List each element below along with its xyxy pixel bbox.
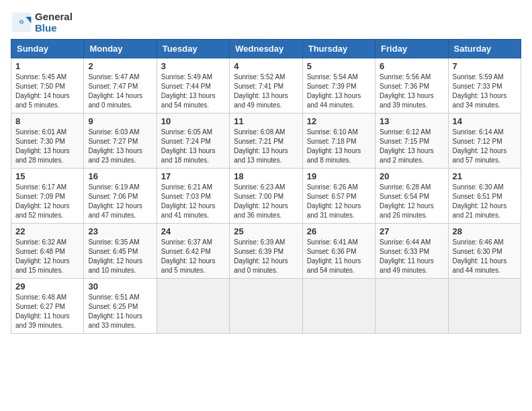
calendar-cell: 30Sunrise: 6:51 AMSunset: 6:25 PMDayligh…	[84, 279, 157, 334]
calendar-cell: 13Sunrise: 6:12 AMSunset: 7:15 PMDayligh…	[375, 113, 448, 169]
daylight-text: Daylight: 13 hours and 8 minutes.	[307, 147, 361, 164]
sunset-text: Sunset: 7:24 PM	[161, 138, 211, 145]
sunset-text: Sunset: 7:18 PM	[307, 138, 357, 145]
day-number: 9	[88, 116, 152, 126]
sunset-text: Sunset: 7:03 PM	[161, 193, 211, 200]
sunset-text: Sunset: 7:06 PM	[88, 193, 138, 200]
day-number: 1	[15, 61, 79, 71]
sunset-text: Sunset: 7:33 PM	[453, 83, 502, 90]
day-info: Sunrise: 6:44 AMSunset: 6:33 PMDaylight:…	[380, 238, 443, 275]
sunset-text: Sunset: 6:27 PM	[15, 303, 65, 310]
calendar-cell: 17Sunrise: 6:21 AMSunset: 7:03 PMDayligh…	[157, 169, 229, 224]
day-info: Sunrise: 6:37 AMSunset: 6:42 PMDaylight:…	[161, 238, 225, 275]
day-info: Sunrise: 6:12 AMSunset: 7:15 PMDaylight:…	[380, 128, 443, 165]
sunrise-text: Sunrise: 5:56 AM	[380, 73, 431, 81]
sunrise-text: Sunrise: 6:37 AM	[161, 238, 212, 246]
calendar-cell: 6Sunrise: 5:56 AMSunset: 7:36 PMDaylight…	[375, 58, 448, 113]
sunrise-text: Sunrise: 5:52 AM	[234, 73, 285, 81]
sunrise-text: Sunrise: 6:32 AM	[15, 238, 66, 246]
day-number: 28	[453, 226, 517, 236]
day-info: Sunrise: 6:01 AMSunset: 7:30 PMDaylight:…	[15, 128, 79, 165]
daylight-text: Daylight: 12 hours and 41 minutes.	[161, 202, 216, 219]
calendar-cell	[157, 279, 229, 334]
daylight-text: Daylight: 12 hours and 36 minutes.	[234, 202, 288, 219]
day-info: Sunrise: 5:59 AMSunset: 7:33 PMDaylight:…	[453, 73, 517, 110]
page-header: G General Blue	[11, 11, 521, 34]
sunrise-text: Sunrise: 6:14 AM	[453, 128, 504, 136]
sunset-text: Sunset: 7:36 PM	[380, 83, 429, 90]
day-info: Sunrise: 6:51 AMSunset: 6:25 PMDaylight:…	[88, 293, 152, 330]
day-info: Sunrise: 6:03 AMSunset: 7:27 PMDaylight:…	[88, 128, 152, 165]
sunset-text: Sunset: 7:39 PM	[307, 83, 357, 90]
day-number: 29	[15, 281, 79, 291]
sunrise-text: Sunrise: 6:01 AM	[15, 128, 66, 136]
calendar-cell: 10Sunrise: 6:05 AMSunset: 7:24 PMDayligh…	[157, 113, 229, 169]
sunrise-text: Sunrise: 5:49 AM	[161, 73, 212, 81]
sunset-text: Sunset: 7:41 PM	[234, 83, 283, 90]
calendar-cell: 16Sunrise: 6:19 AMSunset: 7:06 PMDayligh…	[84, 169, 157, 224]
calendar-cell	[302, 279, 375, 334]
sunset-text: Sunset: 7:30 PM	[15, 138, 65, 145]
calendar-cell: 29Sunrise: 6:48 AMSunset: 6:27 PMDayligh…	[11, 279, 84, 334]
sunset-text: Sunset: 7:27 PM	[88, 138, 138, 145]
svg-text:G: G	[19, 19, 24, 25]
calendar-cell: 11Sunrise: 6:08 AMSunset: 7:21 PMDayligh…	[230, 113, 302, 169]
day-number: 23	[88, 226, 152, 236]
daylight-text: Daylight: 11 hours and 33 minutes.	[88, 312, 142, 329]
logo-line1: General	[35, 11, 73, 22]
day-info: Sunrise: 6:28 AMSunset: 6:54 PMDaylight:…	[380, 183, 443, 220]
sunrise-text: Sunrise: 6:46 AM	[453, 238, 504, 246]
calendar-body: 1Sunrise: 5:45 AMSunset: 7:50 PMDaylight…	[11, 58, 521, 334]
daylight-text: Daylight: 12 hours and 0 minutes.	[234, 257, 288, 274]
calendar-cell: 15Sunrise: 6:17 AMSunset: 7:09 PMDayligh…	[11, 169, 84, 224]
day-info: Sunrise: 6:32 AMSunset: 6:48 PMDaylight:…	[15, 238, 79, 275]
daylight-text: Daylight: 14 hours and 0 minutes.	[88, 92, 142, 109]
sunset-text: Sunset: 6:54 PM	[380, 193, 429, 200]
calendar-cell: 18Sunrise: 6:23 AMSunset: 7:00 PMDayligh…	[230, 169, 302, 224]
sunrise-text: Sunrise: 6:39 AM	[234, 238, 285, 246]
sunset-text: Sunset: 6:33 PM	[380, 248, 429, 255]
calendar-table: SundayMondayTuesdayWednesdayThursdayFrid…	[11, 39, 521, 334]
sunrise-text: Sunrise: 6:05 AM	[161, 128, 212, 136]
calendar-week-4: 22Sunrise: 6:32 AMSunset: 6:48 PMDayligh…	[11, 224, 521, 279]
sunrise-text: Sunrise: 6:35 AM	[88, 238, 139, 246]
day-number: 8	[15, 116, 79, 126]
daylight-text: Daylight: 12 hours and 15 minutes.	[15, 257, 70, 274]
calendar-week-2: 8Sunrise: 6:01 AMSunset: 7:30 PMDaylight…	[11, 113, 521, 169]
logo-line2: Blue	[35, 22, 73, 34]
calendar-cell: 23Sunrise: 6:35 AMSunset: 6:45 PMDayligh…	[84, 224, 157, 279]
day-info: Sunrise: 6:48 AMSunset: 6:27 PMDaylight:…	[15, 293, 79, 330]
day-info: Sunrise: 5:54 AMSunset: 7:39 PMDaylight:…	[307, 73, 371, 110]
sunrise-text: Sunrise: 5:45 AM	[15, 73, 66, 81]
day-number: 12	[307, 116, 371, 126]
sunrise-text: Sunrise: 6:17 AM	[15, 183, 66, 191]
day-info: Sunrise: 5:49 AMSunset: 7:44 PMDaylight:…	[161, 73, 225, 110]
sunset-text: Sunset: 6:48 PM	[15, 248, 65, 255]
sunset-text: Sunset: 6:51 PM	[453, 193, 502, 200]
sunrise-text: Sunrise: 6:08 AM	[234, 128, 285, 136]
daylight-text: Daylight: 11 hours and 39 minutes.	[15, 312, 70, 329]
day-header-thursday: Thursday	[302, 40, 375, 58]
daylight-text: Daylight: 13 hours and 13 minutes.	[234, 147, 288, 164]
day-info: Sunrise: 6:46 AMSunset: 6:30 PMDaylight:…	[453, 238, 517, 275]
day-number: 14	[453, 116, 517, 126]
calendar-cell: 2Sunrise: 5:47 AMSunset: 7:47 PMDaylight…	[84, 58, 157, 113]
daylight-text: Daylight: 12 hours and 5 minutes.	[161, 257, 216, 274]
day-number: 6	[380, 61, 443, 71]
sunrise-text: Sunrise: 6:41 AM	[307, 238, 358, 246]
daylight-text: Daylight: 12 hours and 10 minutes.	[88, 257, 142, 274]
sunrise-text: Sunrise: 6:21 AM	[161, 183, 212, 191]
day-number: 2	[88, 61, 152, 71]
calendar-cell: 8Sunrise: 6:01 AMSunset: 7:30 PMDaylight…	[11, 113, 84, 169]
calendar-cell: 5Sunrise: 5:54 AMSunset: 7:39 PMDaylight…	[302, 58, 375, 113]
day-info: Sunrise: 5:45 AMSunset: 7:50 PMDaylight:…	[15, 73, 79, 110]
daylight-text: Daylight: 12 hours and 31 minutes.	[307, 202, 361, 219]
calendar-header-row: SundayMondayTuesdayWednesdayThursdayFrid…	[11, 40, 521, 58]
daylight-text: Daylight: 12 hours and 26 minutes.	[380, 202, 434, 219]
calendar-cell: 14Sunrise: 6:14 AMSunset: 7:12 PMDayligh…	[448, 113, 521, 169]
daylight-text: Daylight: 13 hours and 2 minutes.	[380, 147, 434, 164]
calendar-cell: 27Sunrise: 6:44 AMSunset: 6:33 PMDayligh…	[375, 224, 448, 279]
sunrise-text: Sunrise: 6:23 AM	[234, 183, 285, 191]
day-number: 19	[307, 171, 371, 181]
logo-icon: G	[11, 11, 32, 33]
